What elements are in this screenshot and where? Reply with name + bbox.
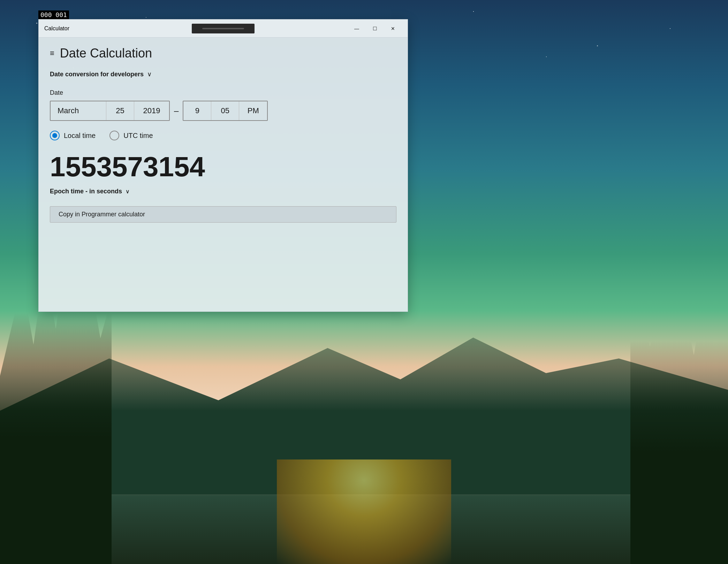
utc-time-option[interactable]: UTC time bbox=[109, 131, 153, 140]
hour-input[interactable]: 9 bbox=[183, 101, 211, 120]
minimize-button[interactable]: — bbox=[348, 20, 366, 38]
title-center-bar bbox=[192, 24, 255, 33]
local-time-radio[interactable] bbox=[50, 131, 60, 140]
maximize-button[interactable]: ☐ bbox=[366, 20, 384, 38]
header-row: ≡ Date Calculation bbox=[50, 46, 396, 61]
day-input[interactable]: 25 bbox=[106, 101, 134, 120]
mode-selector[interactable]: Date conversion for developers ∨ bbox=[50, 70, 396, 78]
close-button[interactable]: ✕ bbox=[384, 20, 402, 38]
debug-label: 000 001 bbox=[38, 10, 69, 19]
date-inputs: March 25 2019 bbox=[50, 101, 170, 121]
date-time-separator: – bbox=[174, 106, 179, 116]
title-bar-controls: — ☐ ✕ bbox=[348, 20, 402, 38]
time-inputs: 9 05 PM bbox=[183, 101, 268, 121]
epoch-label: Epoch time - in seconds bbox=[50, 188, 122, 195]
mode-selector-label: Date conversion for developers bbox=[50, 71, 144, 78]
content-area: ≡ Date Calculation Date conversion for d… bbox=[39, 38, 408, 311]
epoch-chevron-icon: ∨ bbox=[126, 188, 130, 195]
epoch-selector[interactable]: Epoch time - in seconds ∨ bbox=[50, 188, 396, 195]
hamburger-icon[interactable]: ≡ bbox=[50, 49, 54, 57]
copy-programmer-button[interactable]: Copy in Programmer calculator bbox=[50, 206, 396, 223]
utc-time-label: UTC time bbox=[123, 132, 153, 140]
ampm-input[interactable]: PM bbox=[239, 101, 267, 120]
timezone-radio-group: Local time UTC time bbox=[50, 131, 396, 140]
calculator-window: Calculator — ☐ ✕ ≡ Date Calculation Date… bbox=[38, 19, 408, 312]
page-title: Date Calculation bbox=[60, 46, 152, 61]
app-title: Calculator bbox=[44, 25, 69, 32]
datetime-row: March 25 2019 – 9 05 PM bbox=[50, 101, 396, 121]
local-time-option[interactable]: Local time bbox=[50, 131, 96, 140]
local-time-label: Local time bbox=[64, 132, 96, 140]
utc-time-radio[interactable] bbox=[109, 131, 119, 140]
result-value: 1553573154 bbox=[50, 153, 396, 181]
mode-selector-chevron-icon: ∨ bbox=[147, 70, 152, 78]
minute-input[interactable]: 05 bbox=[211, 101, 239, 120]
date-label: Date bbox=[50, 89, 396, 96]
title-bar: Calculator — ☐ ✕ bbox=[39, 20, 408, 38]
month-input[interactable]: March bbox=[51, 101, 106, 120]
year-input[interactable]: 2019 bbox=[134, 101, 169, 120]
